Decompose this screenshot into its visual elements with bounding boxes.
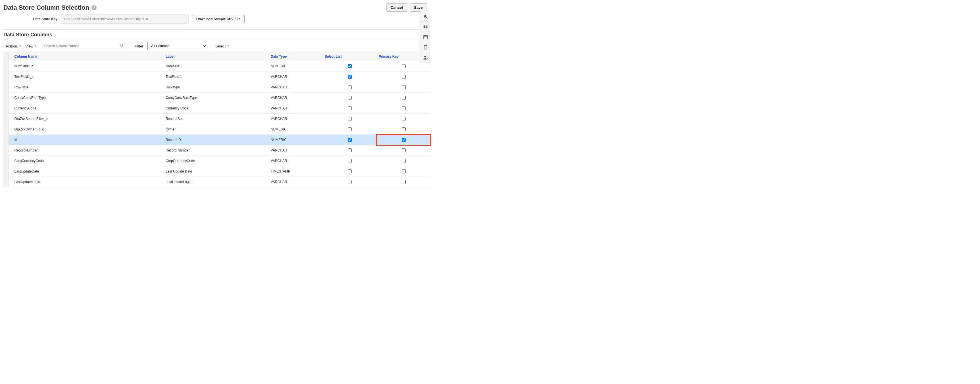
cell-data-type: VARCHAR — [269, 82, 322, 92]
filter-select[interactable]: All Columns — [148, 42, 207, 50]
select-list-checkbox[interactable] — [348, 138, 352, 142]
cell-column-name: TextField1_c — [8, 72, 163, 82]
cell-data-type: VARCHAR — [269, 103, 322, 114]
cell-column-name: CurrencyCode — [8, 103, 163, 114]
table-row[interactable]: LastUpdateLoginLastUpdateLoginVARCHAR — [3, 177, 430, 187]
search-icon[interactable] — [120, 44, 124, 49]
table-row[interactable]: RecordNumberRecord NumberVARCHAR — [3, 145, 430, 156]
actions-menu[interactable]: Actions ▼ — [6, 44, 22, 48]
table-header-row: Column Name Label Data Type Select List … — [3, 52, 430, 61]
select-menu[interactable]: Select ▼ — [215, 44, 229, 48]
table-row[interactable]: CurcyConvRateTypeCurcyConvRateTypeVARCHA… — [3, 92, 430, 103]
primary-key-checkbox[interactable] — [402, 106, 406, 110]
table-row[interactable]: RowTypeRowTypeVARCHAR — [3, 82, 430, 92]
primary-key-checkbox[interactable] — [402, 64, 406, 68]
select-list-checkbox[interactable] — [348, 159, 352, 163]
cell-data-type: VARCHAR — [269, 156, 322, 166]
layout-icon[interactable] — [420, 22, 431, 32]
download-csv-button[interactable]: Download Sample CSV File — [192, 15, 245, 23]
select-list-checkbox[interactable] — [348, 180, 352, 184]
table-row[interactable]: IdRecord IDNUMERIC — [3, 135, 430, 145]
primary-key-checkbox[interactable] — [402, 117, 406, 121]
cell-label: CurcyConvRateType — [163, 92, 269, 103]
cell-select-list — [322, 103, 376, 114]
clipboard-icon[interactable] — [420, 42, 431, 52]
select-list-checkbox[interactable] — [348, 64, 352, 68]
select-list-checkbox[interactable] — [348, 148, 352, 152]
table-row[interactable]: OraZcxOwner_Id_cOwnerNUMERIC — [3, 124, 430, 135]
select-list-checkbox[interactable] — [348, 127, 352, 131]
cell-data-type: VARCHAR — [269, 72, 322, 82]
row-handle — [3, 124, 8, 135]
svg-rect-5 — [423, 35, 428, 39]
cell-data-type: VARCHAR — [269, 145, 322, 156]
cell-label: Record Set — [163, 114, 269, 124]
table-row[interactable]: LastUpdateDateLast Update DateTIMESTAMP — [3, 166, 430, 177]
select-list-checkbox[interactable] — [348, 117, 352, 121]
table-row[interactable]: OraZcxSearchFilter_cRecord SetVARCHAR — [3, 114, 430, 124]
primary-key-checkbox[interactable] — [402, 180, 406, 184]
cell-select-list — [322, 92, 376, 103]
header-label[interactable]: Label — [163, 52, 269, 61]
cell-primary-key — [376, 124, 430, 135]
cell-label: RowType — [163, 82, 269, 92]
header-data-type[interactable]: Data Type — [269, 52, 322, 61]
primary-key-checkbox[interactable] — [402, 159, 406, 163]
help-icon[interactable]: ? — [91, 5, 97, 10]
cell-select-list — [322, 145, 376, 156]
chevron-down-icon: ▼ — [19, 45, 22, 48]
primary-key-checkbox[interactable] — [402, 96, 406, 100]
row-handle — [3, 177, 8, 187]
cell-primary-key — [376, 92, 430, 103]
cell-column-name: RecordNumber — [8, 145, 163, 156]
cell-data-type: TIMESTAMP — [269, 166, 322, 177]
header-select-list[interactable]: Select List — [322, 52, 376, 61]
table-row[interactable]: CurrencyCodeCurrency CodeVARCHAR — [3, 103, 430, 114]
table-row[interactable]: Numfield1_cNumfield1NUMERIC — [3, 61, 430, 72]
select-list-checkbox[interactable] — [348, 169, 352, 174]
header-column-name[interactable]: Column Name — [8, 52, 163, 61]
primary-key-checkbox[interactable] — [402, 127, 406, 131]
primary-key-checkbox[interactable] — [402, 85, 406, 89]
calendar-icon[interactable] — [420, 32, 431, 42]
primary-key-checkbox[interactable] — [402, 138, 406, 142]
table-row[interactable]: TextField1_cTextField1VARCHAR — [3, 72, 430, 82]
cell-data-type: NUMERIC — [269, 135, 322, 145]
row-handle — [3, 145, 8, 156]
cell-column-name: LastUpdateDate — [8, 166, 163, 177]
select-list-checkbox[interactable] — [348, 96, 352, 100]
select-list-checkbox[interactable] — [348, 75, 352, 79]
table-row[interactable]: CorpCurrencyCodeCorpCurrencyCodeVARCHAR — [3, 156, 430, 166]
cell-primary-key — [376, 135, 430, 145]
cell-column-name: LastUpdateLogin — [8, 177, 163, 187]
svg-rect-9 — [425, 45, 427, 49]
svg-point-12 — [426, 58, 428, 59]
svg-point-11 — [425, 56, 426, 57]
cell-primary-key — [376, 156, 430, 166]
cell-select-list — [322, 82, 376, 92]
select-list-checkbox[interactable] — [348, 106, 352, 110]
columns-table: Column Name Label Data Type Select List … — [3, 52, 430, 187]
cell-primary-key — [376, 114, 430, 124]
primary-key-checkbox[interactable] — [402, 148, 406, 152]
cancel-button[interactable]: Cancel — [386, 3, 407, 12]
cell-select-list — [322, 135, 376, 145]
save-button[interactable]: Save — [410, 3, 427, 12]
row-handle — [3, 135, 8, 145]
cell-primary-key — [376, 82, 430, 92]
primary-key-checkbox[interactable] — [402, 75, 406, 79]
cell-select-list — [322, 166, 376, 177]
toolbar-divider — [130, 43, 130, 49]
cell-primary-key — [376, 166, 430, 177]
cell-label: Numfield1 — [163, 61, 269, 72]
cell-column-name: RowType — [8, 82, 163, 92]
select-list-checkbox[interactable] — [348, 85, 352, 89]
tools-icon[interactable] — [420, 11, 431, 22]
data-store-key-input[interactable] — [61, 14, 189, 24]
user-settings-icon[interactable] — [420, 52, 431, 62]
view-menu[interactable]: View ▼ — [25, 44, 37, 48]
cell-select-list — [322, 177, 376, 187]
cell-label: CorpCurrencyCode — [163, 156, 269, 166]
primary-key-checkbox[interactable] — [402, 169, 406, 174]
search-input[interactable] — [41, 42, 126, 50]
